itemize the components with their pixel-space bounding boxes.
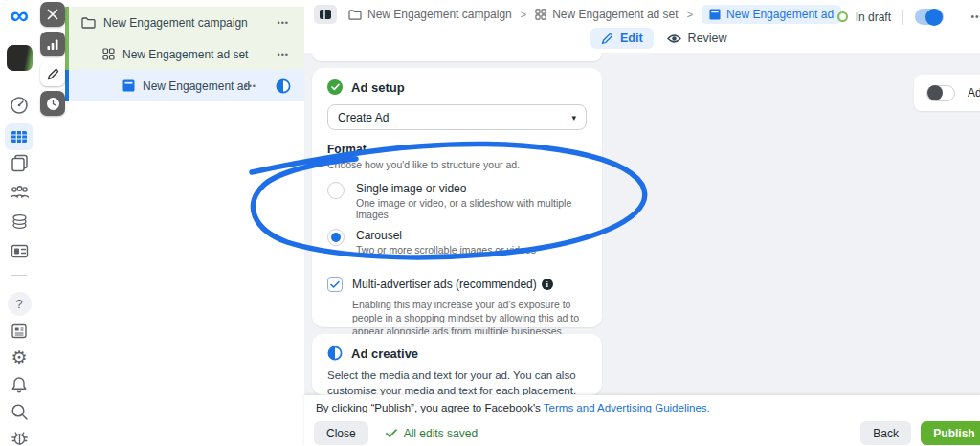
saved-check-icon (386, 429, 397, 438)
saved-status-text: All edits saved (404, 427, 478, 440)
more-icon[interactable]: ••• (278, 18, 289, 28)
edit-tool-button[interactable] (40, 61, 65, 86)
sidebar-item-audiences[interactable] (0, 184, 38, 200)
option-label: Carousel (356, 229, 536, 242)
chevron-right-icon: > (521, 9, 526, 20)
option-label: Single image or video (356, 182, 587, 195)
breadcrumb: New Engagement campaign > New Engagement… (314, 4, 980, 25)
rail-divider (0, 275, 38, 276)
breadcrumb-campaign[interactable]: New Engagement campaign (348, 8, 512, 21)
sidebar-item-campaigns[interactable] (0, 123, 38, 150)
footer-bar: By clicking “Publish”, you agree to Face… (304, 395, 980, 446)
adset-grid-icon (102, 48, 115, 60)
sidebar-item-news[interactable] (0, 323, 38, 340)
close-panel-button[interactable] (40, 2, 65, 27)
gear-icon: ⚙ (11, 348, 27, 367)
bar-chart-icon (46, 38, 59, 51)
news-icon (11, 323, 28, 340)
dropdown-value: Create Ad (338, 111, 389, 124)
ad-preview-label: Ad preview (968, 86, 980, 100)
sidebar-item-settings[interactable]: ⚙ (0, 348, 38, 367)
ad-icon (122, 79, 135, 92)
ad-preview-toggle[interactable] (926, 85, 955, 101)
more-icon[interactable]: ••• (245, 81, 256, 91)
format-label: Format (327, 143, 587, 156)
sidebar-item-overview[interactable] (0, 96, 38, 115)
complete-check-icon (327, 79, 343, 95)
campaigns-selected-bg (5, 123, 33, 150)
meta-logo[interactable]: ∞ (0, 3, 38, 29)
option-description: Two or more scrollable images or videos (356, 244, 536, 256)
pages-icon (11, 154, 29, 172)
left-icon-rail: ∞ ? ⚙ (0, 0, 38, 446)
ads-reporting-icon (11, 243, 29, 259)
coins-icon (11, 212, 29, 231)
create-ad-dropdown[interactable]: Create Ad ▾ (327, 104, 587, 130)
panel-toggle-button[interactable] (314, 5, 337, 24)
ad-active-toggle[interactable] (915, 9, 944, 25)
in-progress-icon (276, 78, 291, 94)
in-progress-icon (327, 346, 343, 361)
multi-advertiser-checkbox[interactable] (327, 277, 343, 292)
ad-creative-card: Ad creative Select the media and text fo… (312, 334, 602, 395)
tree-item-adset[interactable]: New Engagement ad set ••• (69, 38, 304, 70)
eye-icon (667, 33, 681, 44)
tab-review[interactable]: Review (667, 32, 727, 45)
history-tool-button[interactable] (40, 91, 65, 116)
close-button[interactable]: Close (314, 421, 368, 445)
gauge-icon (10, 96, 29, 115)
edit-toolbar (40, 2, 65, 116)
adset-grid-icon (535, 9, 546, 20)
more-icon[interactable]: ••• (278, 50, 289, 59)
tree-item-ad-selected[interactable]: New Engagement ad ••• (65, 70, 304, 101)
tab-label: Edit (620, 32, 643, 45)
help-icon: ? (8, 292, 32, 316)
sidebar-item-ads-reporting[interactable] (0, 243, 38, 259)
check-icon (330, 280, 340, 289)
ad-setup-card: Ad setup Create Ad ▾ Format Choose how y… (312, 68, 602, 327)
bug-report-button[interactable] (0, 429, 38, 446)
radio-selected[interactable] (327, 229, 345, 246)
draft-status-icon (837, 11, 848, 22)
format-option-carousel[interactable]: Carousel Two or more scrollable images o… (327, 229, 587, 256)
chevron-right-icon: > (687, 9, 693, 20)
content-area: Ad setup Create Ad ▾ Format Choose how y… (304, 53, 980, 395)
tab-edit[interactable]: Edit (590, 28, 654, 49)
sidebar-layout-icon (319, 9, 332, 20)
more-icon[interactable]: ••• (970, 11, 980, 22)
info-icon[interactable]: i (542, 279, 553, 290)
tree-item-label: New Engagement ad set (122, 48, 248, 61)
radio-unselected[interactable] (327, 182, 345, 199)
publish-button[interactable]: Publish (921, 421, 980, 445)
clock-icon (46, 97, 60, 111)
breadcrumb-ad-current[interactable]: New Engagement ad (702, 5, 841, 24)
bug-icon (11, 429, 29, 446)
tree-item-campaign[interactable]: New Engagement campaign ••• (69, 7, 304, 38)
sidebar-item-pages[interactable] (0, 154, 38, 172)
section-title: Ad setup (351, 80, 405, 95)
sidebar-item-billing[interactable] (0, 212, 38, 231)
charts-tool-button[interactable] (40, 32, 65, 56)
sidebar-item-help[interactable]: ? (0, 292, 38, 316)
breadcrumb-adset[interactable]: New Engagement ad set (535, 8, 678, 21)
tree-item-label: New Engagement ad (143, 79, 250, 93)
account-avatar[interactable] (0, 45, 38, 71)
top-header: New Engagement campaign > New Engagement… (304, 0, 980, 53)
search-button[interactable] (0, 403, 38, 421)
ad-creative-description: Select the media and text for your ad. Y… (327, 369, 576, 395)
notifications-button[interactable] (0, 376, 38, 394)
back-button[interactable]: Back (860, 421, 911, 445)
format-option-single[interactable]: Single image or video One image or video… (327, 182, 587, 220)
search-icon (11, 403, 29, 421)
terms-text: By clicking “Publish”, you agree to Face… (316, 402, 544, 413)
audiences-icon (10, 184, 30, 200)
folder-icon (81, 16, 96, 29)
ad-preview-bar: Ad preview Advanced Preview ▾ (914, 75, 980, 111)
option-description: One image or video, or a slideshow with … (356, 197, 587, 220)
close-icon (47, 9, 58, 20)
terms-link[interactable]: Terms and Advertising Guidelines. (544, 402, 710, 413)
pencil-icon (601, 33, 613, 45)
tree-group-active: New Engagement campaign ••• New Engageme… (65, 7, 304, 70)
breadcrumb-label: New Engagement ad (726, 8, 834, 21)
scrolled-card-edge (312, 53, 602, 61)
